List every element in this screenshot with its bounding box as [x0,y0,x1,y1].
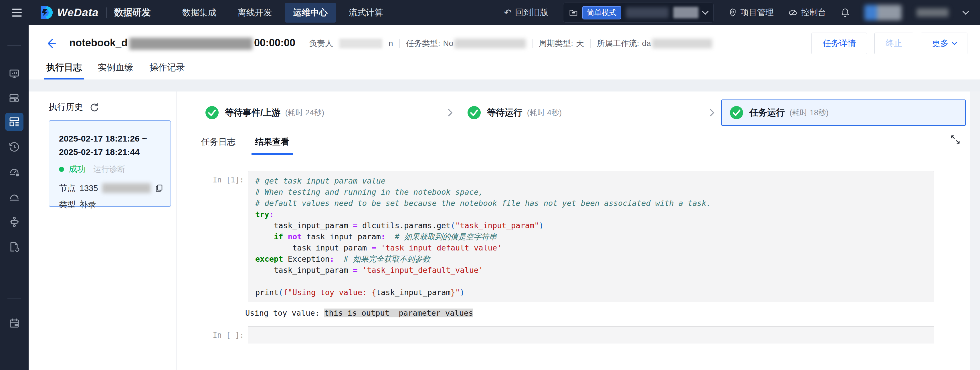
topbar: WeData 数据研发 数据集成 离线开发 运维中心 流式计算 ↶ 回到旧版 简… [0,0,980,25]
terminate-button[interactable]: 终止 [874,33,913,54]
owner-tail: n [388,39,393,48]
redacted-project-name [626,7,669,18]
redacted-task-type [454,39,526,48]
subtab-result-view[interactable]: 结果查看 [255,136,289,155]
notebook-cell: In [1]: # get task_input_param value# Wh… [177,171,980,302]
empty-code-block[interactable] [248,326,934,343]
sidebar-item-doc-refresh[interactable] [5,238,24,256]
divider [532,39,533,48]
svg-text:B: B [17,174,18,176]
output-highlight: this is output parameter values [324,308,473,318]
tab-instance-lineage[interactable]: 实例血缘 [98,62,133,80]
redacted-node-id [102,183,151,193]
workflow-label: 所属工作流: [597,38,639,49]
sidebar-item-history[interactable] [5,138,24,156]
notebook-empty-cell: In [ ]: [177,326,980,343]
notebook-result: In [1]: # get task_input_param value# Wh… [177,171,980,343]
nav-item-stream-compute[interactable]: 流式计算 [340,3,392,22]
wedata-logo-icon[interactable] [38,5,53,20]
rail-divider [8,45,21,46]
header-meta: 负责人 n 任务类型: No 周期类型: 天 所属工作流: da [309,38,712,49]
type-value: 补录 [80,199,96,210]
separator-band [29,79,980,92]
chevron-right-icon [446,108,454,117]
brand-name: WeData [57,6,99,19]
history-run-card[interactable]: 2025-02-17 18:21:26 ~ 2025-02-17 18:21:4… [49,121,171,207]
run-diagnose-link[interactable]: 运行诊断 [93,164,125,175]
run-end-time: 2025-02-17 18:21:44 [59,145,170,159]
left-icon-rail: B [0,25,29,370]
node-id-prefix: 1335 [80,184,98,193]
rail-divider [8,298,21,299]
avatar[interactable] [864,5,902,20]
sidebar-item-dashboard[interactable] [5,65,24,83]
step-wait-upstream[interactable]: 等待事件/上游 (耗时 24秒) [197,100,441,126]
top-navigation: 数据集成 离线开发 运维中心 流式计算 [174,3,392,22]
divider [399,39,400,48]
task-type-prefix: No [443,39,453,48]
status-dot [59,167,64,172]
execution-history-panel: 执行历史 2025-02-17 18:21:26 ~ 2025-02-17 18… [29,92,177,370]
copy-icon[interactable] [155,184,163,192]
type-label: 类型 [59,199,76,210]
back-arrow-icon[interactable] [45,37,57,50]
subtab-task-log[interactable]: 任务日志 [201,136,235,155]
chevron-down-icon [702,8,709,15]
nav-item-data-integration[interactable]: 数据集成 [174,3,225,22]
cell-prompt: In [1]: [177,171,248,302]
sidebar-item-node-plugin[interactable] [5,213,24,231]
more-button[interactable]: 更多 [921,33,967,54]
sidebar-item-instance-ops[interactable] [5,113,24,131]
console-link[interactable]: 控制台 [789,7,826,18]
cell-prompt: In [ ]: [177,326,248,343]
task-detail-button[interactable]: 任务详情 [811,33,867,54]
project-manage-icon [729,8,737,17]
cycle-value: 天 [576,38,584,49]
cloud-console-icon [789,9,798,17]
folder-icon [569,8,578,17]
fullscreen-expand-icon[interactable] [950,134,961,145]
chevron-down-icon [952,40,957,45]
cell-output: Using toy value: this is output paramete… [245,307,980,319]
redacted-owner [339,39,382,48]
step-wait-run[interactable]: 等待运行 (耗时 4秒) [460,100,703,126]
sidebar-item-resource-gauge[interactable]: B [5,163,24,181]
project-manage-link[interactable]: 项目管理 [729,7,774,18]
task-type-label: 任务类型: [406,38,441,49]
sidebar-item-calendar-plan[interactable] [5,314,24,332]
primary-tabs: 执行日志 实例血缘 操作记录 [29,62,980,79]
divider [106,8,107,18]
redacted-title-part [129,38,252,50]
run-start-time: 2025-02-17 18:21:26 ~ [59,132,170,145]
sidebar-item-alarm[interactable] [5,187,24,206]
simple-mode-badge: 简单模式 [582,6,621,19]
product-name: 数据研发 [114,6,151,19]
check-circle-icon [730,106,743,119]
cycle-label: 周期类型: [539,38,573,49]
nav-item-offline-dev[interactable]: 离线开发 [229,3,281,22]
account-chevron-down-icon[interactable] [963,8,969,15]
project-mode-selector[interactable]: 简单模式 [563,3,714,22]
nav-item-ops-center[interactable]: 运维中心 [285,3,336,22]
page-title: notebook_d00:00:00 [69,37,295,49]
back-to-old-version-button[interactable]: ↶ 回到旧版 [504,7,548,18]
refresh-icon[interactable] [89,102,99,112]
undo-icon: ↶ [504,8,512,17]
status-text: 成功 [69,163,86,175]
check-circle-icon [468,106,481,119]
notification-bell-icon[interactable] [841,8,850,17]
tab-execution-log[interactable]: 执行日志 [46,62,82,80]
redacted-project-id [673,7,698,18]
code-block[interactable]: # get task_input_param value# When testi… [248,171,934,302]
tab-operation-record[interactable]: 操作记录 [150,62,185,80]
owner-label: 负责人 [309,38,333,49]
redacted-username [916,8,948,17]
hamburger-menu-icon[interactable] [12,9,22,17]
run-steps: 等待事件/上游 (耗时 24秒) 等待运行 (耗时 4秒) 任务运行 [197,99,966,126]
step-task-run[interactable]: 任务运行 (耗时 18秒) [721,100,966,126]
execution-history-title: 执行历史 [49,101,83,113]
page-background-strip [970,92,980,370]
check-circle-icon [205,106,219,119]
sidebar-item-task-ops[interactable] [5,89,24,107]
main-area: 等待事件/上游 (耗时 24秒) 等待运行 (耗时 4秒) 任务运行 [177,92,980,370]
